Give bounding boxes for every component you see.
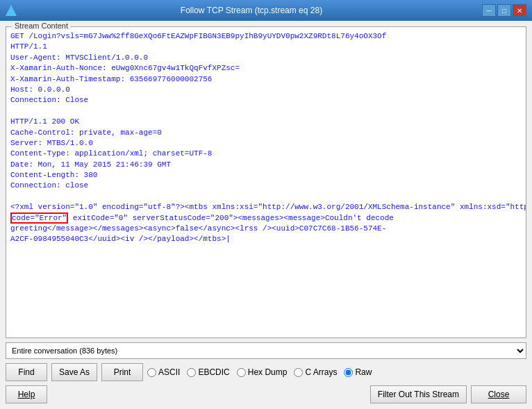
radio-ebcdic[interactable]: EBCDIC [187, 367, 229, 377]
minimize-button[interactable]: ─ [482, 4, 496, 17]
close-button[interactable]: Close [471, 385, 526, 403]
find-button[interactable]: Find [6, 363, 47, 381]
window-content: Stream Content GET /Login?vsls=mG7Jww%2f… [0, 21, 532, 409]
radio-raw-label: Raw [355, 367, 372, 377]
radio-raw[interactable]: Raw [344, 367, 372, 377]
radio-hex-dump-label: Hex Dump [248, 367, 288, 377]
close-label: Close [488, 390, 510, 399]
radio-raw-input[interactable] [344, 368, 353, 377]
help-label: Help [18, 390, 35, 399]
radio-ebcdic-input[interactable] [187, 368, 196, 377]
app-icon [6, 5, 17, 16]
conversation-dropdown-row: Entire conversation (836 bytes) [6, 342, 526, 359]
conversation-dropdown[interactable]: Entire conversation (836 bytes) [6, 342, 526, 359]
group-box-label: Stream Content [12, 22, 71, 30]
window-close-button[interactable]: ✕ [513, 4, 526, 17]
radio-ascii-label: ASCII [158, 367, 180, 377]
radio-ebcdic-label: EBCDIC [198, 367, 229, 377]
title-bar: Follow TCP Stream (tcp.stream eq 28) ─ □… [0, 0, 532, 21]
maximize-button[interactable]: □ [497, 4, 511, 17]
window-title: Follow TCP Stream (tcp.stream eq 28) [21, 6, 482, 15]
filter-out-button[interactable]: Filter Out This Stream [370, 385, 467, 403]
save-as-button[interactable]: Save As [51, 363, 97, 381]
stream-text-area[interactable]: GET /Login?vsls=mG7Jww%2ff8GeXQo6FtEAZWp… [6, 27, 526, 337]
action-row: Help Filter Out This Stream Close [6, 385, 526, 403]
action-right-buttons: Filter Out This Stream Close [370, 385, 526, 403]
toolbar-row: Find Save As Print ASCII EBCDIC Hex Dump… [6, 363, 526, 381]
print-button[interactable]: Print [101, 363, 143, 381]
stream-content-group: Stream Content GET /Login?vsls=mG7Jww%2f… [6, 26, 526, 338]
radio-c-arrays[interactable]: C Arrays [294, 367, 337, 377]
window-controls: ─ □ ✕ [482, 4, 526, 17]
radio-hex-dump-input[interactable] [237, 368, 246, 377]
radio-c-arrays-label: C Arrays [305, 367, 337, 377]
radio-ascii-input[interactable] [147, 368, 156, 377]
help-button[interactable]: Help [6, 385, 47, 403]
encoding-radio-group: ASCII EBCDIC Hex Dump C Arrays Raw [147, 367, 526, 377]
radio-hex-dump[interactable]: Hex Dump [237, 367, 288, 377]
radio-c-arrays-input[interactable] [294, 368, 303, 377]
radio-ascii[interactable]: ASCII [147, 367, 180, 377]
